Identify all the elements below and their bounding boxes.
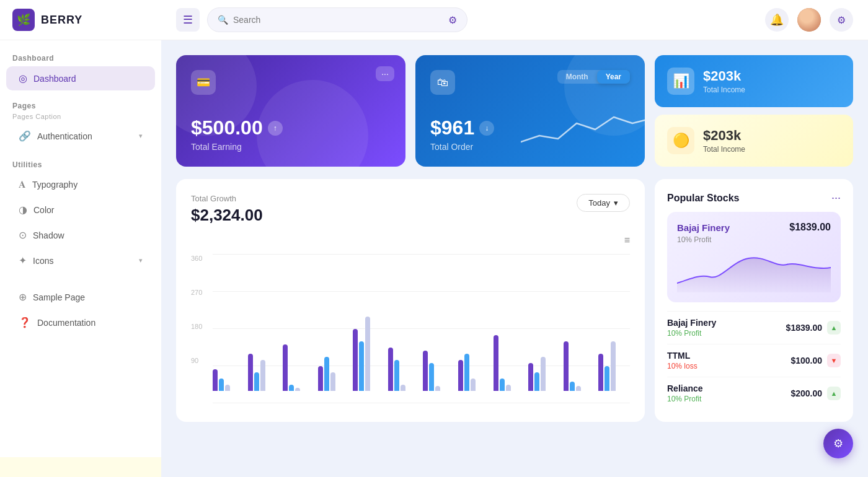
- stock-detail: 10% Profit: [667, 329, 716, 338]
- bar-light: [471, 379, 476, 391]
- bar-group: [528, 357, 560, 391]
- trend-icon: ▲: [827, 387, 841, 400]
- bar-blue: [219, 379, 224, 391]
- chevron-down-icon-today: ▾: [614, 198, 618, 208]
- fab-button[interactable]: ⚙: [823, 429, 853, 458]
- featured-stock-profit: 10% Profit: [677, 235, 831, 244]
- order-card-top: 🛍 Month Year: [430, 70, 630, 95]
- earning-card-more-button[interactable]: ···: [376, 66, 394, 81]
- color-icon: ◑: [19, 204, 27, 216]
- income-cards: 📊 $203k Total Income 🟡 $203k Total Incom…: [655, 55, 853, 167]
- bar-light: [260, 360, 265, 391]
- stocks-more-icon[interactable]: ···: [831, 191, 841, 204]
- bar-chart-area: 360 270 180 90: [191, 255, 630, 403]
- sidebar-item-label-auth: Authentication: [37, 131, 92, 141]
- logo-text: BERRY: [41, 14, 82, 27]
- bar-light: [576, 386, 581, 391]
- order-card: 🛍 Month Year $961 ↓ Total Order: [415, 55, 645, 167]
- stock-price: $1839.00: [786, 323, 822, 333]
- settings-button[interactable]: ⚙: [830, 8, 853, 32]
- earning-card: 💳 ··· $500.00 ↑ Total Earning: [176, 55, 405, 167]
- sidebar-item-dashboard[interactable]: ◎ Dashboard: [6, 66, 155, 90]
- search-input[interactable]: [233, 15, 443, 25]
- month-tab-button[interactable]: Month: [557, 70, 597, 84]
- stock-info: Bajaj Finery 10% Profit: [667, 318, 716, 338]
- earning-amount: $500.00 ↑: [191, 116, 391, 139]
- bar-purple: [318, 366, 323, 391]
- bar-group: [283, 344, 314, 391]
- sidebar-item-label-icons: Icons: [33, 256, 53, 266]
- topbar: ☰ 🔍 ⚙ 🔔 ⚙: [161, 0, 868, 40]
- stock-row[interactable]: Reliance 10% Profit $200.00 ▲: [667, 377, 841, 409]
- stock-info: Reliance 10% Profit: [667, 383, 703, 403]
- filter-icon[interactable]: ⚙: [448, 14, 457, 26]
- stock-name: Reliance: [667, 383, 703, 393]
- order-chart: [521, 105, 645, 154]
- stock-row[interactable]: Bajaj Finery 10% Profit $1839.00 ▲: [667, 311, 841, 344]
- featured-stock-name: Bajaj Finery: [677, 222, 730, 233]
- bar-purple: [248, 354, 253, 391]
- avatar[interactable]: [797, 8, 821, 32]
- sidebar-item-typography[interactable]: 𝐀 Typography: [6, 173, 155, 196]
- income-yellow-info: $203k Total Income: [703, 128, 745, 154]
- stock-detail: 10% Profit: [667, 395, 703, 403]
- income-yellow-icon: 🟡: [667, 127, 694, 154]
- trend-down-icon-order: ↓: [479, 121, 494, 136]
- stocks-title: Popular Stocks: [667, 193, 739, 204]
- sidebar: 🌿 BERRY Dashboard ◎ Dashboard Pages Page…: [0, 0, 161, 477]
- sidebar-item-icons[interactable]: ✦ Icons ▾: [6, 248, 155, 273]
- bar-blue: [289, 385, 294, 391]
- sidebar-footer: [0, 457, 161, 477]
- bar-light: [435, 386, 440, 391]
- chart-bars-container: [213, 255, 630, 391]
- chevron-down-icon-icons: ▾: [139, 256, 143, 265]
- income-yellow-label: Total Income: [703, 145, 745, 154]
- main-area: ☰ 🔍 ⚙ 🔔 ⚙ 💳 ··· $5: [161, 0, 868, 477]
- bar-purple: [458, 360, 463, 391]
- sidebar-item-label-sample: Sample Page: [33, 292, 85, 302]
- sidebar-item-color[interactable]: ◑ Color: [6, 198, 155, 222]
- stock-list: Bajaj Finery 10% Profit $1839.00 ▲ TTML …: [667, 311, 841, 409]
- sidebar-item-shadow[interactable]: ⊙ Shadow: [6, 223, 155, 247]
- chart-title: Total Growth: [191, 194, 263, 203]
- bar-blue: [534, 372, 539, 391]
- sidebar-item-sample-page[interactable]: ⊕ Sample Page: [6, 285, 155, 309]
- stock-name: Bajaj Finery: [667, 318, 716, 328]
- topbar-right: 🔔 ⚙: [765, 8, 853, 32]
- earning-label: Total Earning: [191, 142, 391, 152]
- bar-purple: [564, 341, 569, 391]
- bar-group: [494, 335, 525, 391]
- bar-group: [213, 369, 244, 391]
- sidebar-item-authentication[interactable]: 🔗 Authentication ▾: [6, 124, 155, 148]
- bar-light: [330, 372, 335, 391]
- sidebar-item-documentation[interactable]: ❓ Documentation: [6, 310, 155, 335]
- hamburger-button[interactable]: ☰: [176, 8, 200, 32]
- sample-page-icon: ⊕: [19, 291, 27, 303]
- dashboard-icon: ◎: [19, 72, 27, 84]
- icons-icon: ✦: [19, 255, 27, 266]
- y-label-270: 270: [191, 289, 210, 296]
- sidebar-header: 🌿 BERRY: [0, 0, 161, 40]
- bar-group: [353, 317, 384, 391]
- notification-button[interactable]: 🔔: [765, 8, 789, 32]
- sidebar-content: Dashboard ◎ Dashboard Pages Pages Captio…: [0, 40, 161, 457]
- chart-menu-icon[interactable]: ≡: [624, 235, 630, 246]
- stock-price: $200.00: [790, 388, 822, 398]
- bar-purple: [283, 344, 288, 391]
- income-yellow-amount: $203k: [703, 128, 745, 144]
- bar-light: [541, 357, 546, 391]
- year-tab-button[interactable]: Year: [597, 70, 630, 84]
- y-label-360: 360: [191, 255, 210, 262]
- stock-row[interactable]: TTML 10% loss $100.00 ▼: [667, 344, 841, 377]
- bar-light: [611, 341, 616, 391]
- avatar-image: [797, 8, 821, 32]
- income-blue-label: Total Income: [703, 85, 745, 94]
- earning-card-bottom: $500.00 ↑ Total Earning: [191, 116, 391, 152]
- bar-purple: [213, 369, 218, 391]
- bar-light: [295, 388, 300, 391]
- bar-light: [401, 385, 405, 391]
- bar-group: [248, 354, 280, 391]
- today-button[interactable]: Today ▾: [577, 194, 630, 212]
- sidebar-item-label-dashboard: Dashboard: [33, 74, 76, 84]
- income-yellow-card: 🟡 $203k Total Income: [655, 115, 853, 167]
